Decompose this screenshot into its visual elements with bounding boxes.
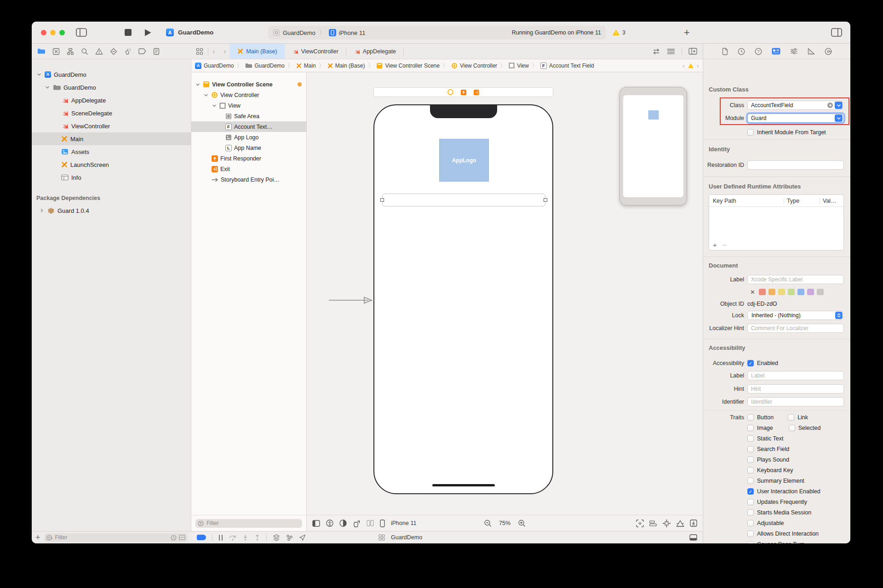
color-swatch-gray[interactable] bbox=[817, 289, 824, 295]
related-items-icon[interactable] bbox=[191, 44, 208, 59]
toggle-inspectors-icon[interactable] bbox=[831, 28, 842, 37]
trait-selected-checkbox[interactable] bbox=[789, 425, 795, 431]
accessibility-label-input[interactable] bbox=[751, 372, 843, 379]
trait-image-checkbox[interactable] bbox=[747, 425, 754, 431]
accessibility-identifier-field[interactable] bbox=[747, 397, 844, 406]
disclosure-open-icon[interactable] bbox=[36, 72, 42, 77]
disclosure-closed-icon[interactable] bbox=[39, 208, 45, 213]
pause-execution-icon[interactable] bbox=[218, 535, 223, 541]
color-swatch-red[interactable] bbox=[759, 289, 766, 295]
align-icon[interactable] bbox=[649, 520, 657, 527]
navigator-row-appdelegate[interactable]: AppDelegate bbox=[32, 94, 191, 107]
forward-button[interactable]: › bbox=[219, 44, 230, 59]
history-inspector-icon[interactable] bbox=[738, 48, 745, 55]
add-attribute-button[interactable]: + bbox=[713, 241, 717, 249]
class-input[interactable] bbox=[751, 102, 827, 108]
source-control-status-icon[interactable] bbox=[179, 535, 185, 540]
color-scheme-icon[interactable] bbox=[339, 519, 347, 527]
debug-navigator-icon[interactable] bbox=[124, 48, 132, 55]
destination-name[interactable]: iPhone 11 bbox=[339, 29, 366, 36]
update-frames-icon[interactable] bbox=[690, 519, 697, 527]
color-swatch-orange[interactable] bbox=[768, 289, 775, 295]
orientation-icon[interactable] bbox=[353, 519, 361, 527]
accessibility-enabled-checkbox[interactable] bbox=[747, 360, 754, 366]
navigator-row-info[interactable]: Info bbox=[32, 171, 191, 184]
module-dropdown-icon[interactable] bbox=[835, 114, 843, 122]
issue-navigator-icon[interactable] bbox=[95, 48, 103, 55]
outline-row-scene[interactable]: View Controller Scene bbox=[191, 79, 306, 90]
memory-graph-icon[interactable] bbox=[286, 534, 293, 541]
warning-badge[interactable]: 3 bbox=[612, 29, 625, 36]
app-logo-image-view[interactable]: AppLogo bbox=[439, 139, 489, 182]
stop-button[interactable] bbox=[125, 29, 132, 36]
outline-row-exit[interactable]: Exit bbox=[191, 164, 306, 174]
close-window-button[interactable] bbox=[41, 30, 46, 35]
toggle-outline-icon[interactable] bbox=[312, 520, 320, 527]
breadcrumb-view[interactable]: View bbox=[509, 63, 529, 69]
navigator-row-group[interactable]: GuardDemo bbox=[32, 81, 191, 94]
navigator-row-guard-package[interactable]: Guard 1.0.4 bbox=[32, 204, 191, 217]
module-field[interactable] bbox=[747, 114, 844, 123]
color-swatch-blue[interactable] bbox=[797, 289, 804, 295]
step-into-icon[interactable] bbox=[242, 534, 248, 541]
restoration-id-field[interactable] bbox=[747, 160, 844, 170]
trait-search-field-checkbox[interactable] bbox=[747, 446, 754, 452]
tab-main-storyboard[interactable]: Main (Base) bbox=[230, 44, 284, 59]
restoration-id-input[interactable] bbox=[751, 162, 843, 168]
trait-plays-sound-checkbox[interactable] bbox=[747, 457, 754, 463]
warning-icon[interactable] bbox=[688, 63, 694, 69]
device-name[interactable]: iPhone 11 bbox=[391, 520, 416, 526]
disclosure-open-icon[interactable] bbox=[45, 85, 50, 90]
library-add-button[interactable]: + bbox=[684, 27, 690, 39]
identity-inspector-icon[interactable] bbox=[772, 48, 780, 55]
storyboard-canvas[interactable]: AppLogo bbox=[307, 73, 703, 515]
adjust-editor-options-icon[interactable] bbox=[667, 48, 675, 55]
outline-row-view-controller[interactable]: View Controller bbox=[191, 90, 306, 100]
document-label-input[interactable] bbox=[751, 276, 843, 283]
tab-viewcontroller[interactable]: ViewController bbox=[285, 44, 346, 59]
resolve-autolayout-icon[interactable] bbox=[676, 520, 684, 527]
outline-row-app-logo[interactable]: App Logo bbox=[191, 132, 306, 143]
find-navigator-icon[interactable] bbox=[81, 48, 88, 55]
symbol-navigator-icon[interactable] bbox=[67, 48, 74, 55]
storyboard-entry-arrow[interactable] bbox=[328, 296, 373, 304]
step-out-icon[interactable] bbox=[254, 534, 260, 541]
zoom-level[interactable]: 75% bbox=[499, 520, 510, 526]
trait-starts-media-checkbox[interactable] bbox=[747, 509, 754, 516]
navigator-row-main[interactable]: Main bbox=[32, 132, 191, 145]
jump-to-class-icon[interactable] bbox=[827, 102, 833, 108]
outline-row-first-responder[interactable]: First Responder bbox=[191, 153, 306, 164]
navigator-row-launchscreen[interactable]: LaunchScreen bbox=[32, 158, 191, 171]
filter-input[interactable] bbox=[206, 520, 300, 526]
account-text-field[interactable] bbox=[382, 194, 545, 206]
canvas-minimap[interactable] bbox=[619, 87, 687, 206]
class-dropdown-icon[interactable] bbox=[835, 102, 843, 109]
accessibility-hint-input[interactable] bbox=[751, 386, 843, 392]
device-icon[interactable] bbox=[380, 519, 385, 527]
accessibility-hint-field[interactable] bbox=[747, 384, 844, 394]
outline-row-view[interactable]: View bbox=[191, 100, 306, 111]
view-debugger-icon[interactable] bbox=[273, 534, 280, 541]
filter-input[interactable] bbox=[55, 534, 168, 541]
breadcrumb-scene[interactable]: View Controller Scene bbox=[376, 63, 440, 69]
help-inspector-icon[interactable]: ? bbox=[755, 48, 762, 55]
navigator-row-viewcontroller[interactable]: ViewController bbox=[32, 120, 191, 132]
color-swatch-yellow[interactable] bbox=[778, 289, 785, 295]
outline-row-entry-point[interactable]: Storyboard Entry Poi… bbox=[191, 174, 306, 185]
connections-inspector-icon[interactable] bbox=[825, 48, 832, 55]
runtime-attributes-table[interactable]: Key Path Type Val… + − bbox=[709, 194, 844, 251]
breadcrumb-main[interactable]: Main bbox=[296, 63, 316, 69]
selection-handle-right[interactable] bbox=[544, 198, 547, 202]
minimize-window-button[interactable] bbox=[50, 30, 56, 35]
color-swatch-purple[interactable] bbox=[807, 289, 814, 295]
document-label-field[interactable] bbox=[747, 275, 844, 284]
test-navigator-icon[interactable] bbox=[110, 48, 117, 55]
breadcrumb-group[interactable]: GuardDemo bbox=[245, 63, 284, 69]
file-inspector-icon[interactable] bbox=[722, 48, 728, 55]
outline-row-safe-area[interactable]: Safe Area bbox=[191, 111, 306, 121]
selection-handle-left[interactable] bbox=[380, 198, 384, 202]
outline-row-account-text-field[interactable]: F Account Text… bbox=[191, 121, 306, 132]
remove-attribute-button[interactable]: − bbox=[722, 241, 727, 249]
trait-updates-frequently-checkbox[interactable] bbox=[747, 499, 754, 505]
class-field[interactable] bbox=[747, 101, 844, 110]
